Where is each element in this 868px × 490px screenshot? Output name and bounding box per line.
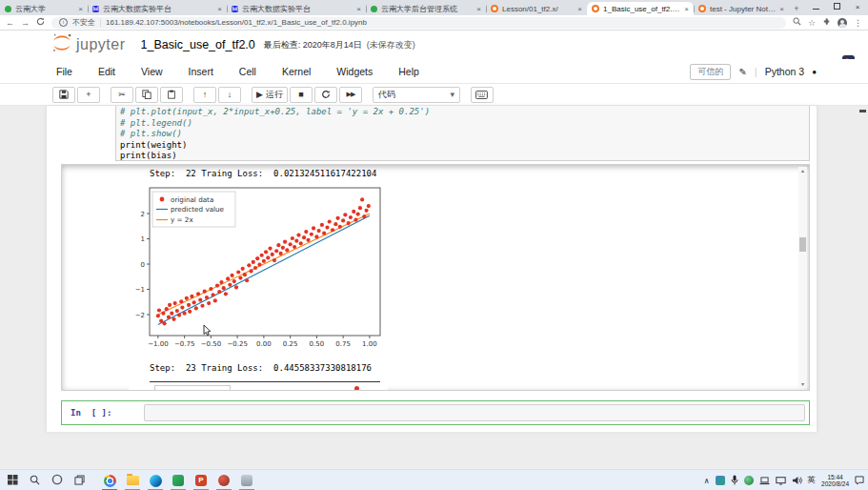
menu-file[interactable]: File — [56, 66, 72, 77]
taskbar-red-app[interactable] — [212, 470, 235, 490]
restart-run-all-button[interactable]: ▶▶ — [339, 87, 362, 103]
jupyter-logo-icon[interactable] — [51, 32, 72, 57]
code-cell-input[interactable]: # plt.plot(input_x, 2*input_x+0.25, labe… — [115, 106, 810, 161]
browser-tab-1[interactable]: bd 云南大数据实验平台 × — [88, 2, 227, 15]
autosave-status: (未保存改变) — [367, 39, 415, 51]
browser-tab-3[interactable]: 云南大学后台管理系统 × — [366, 2, 486, 15]
url-text: 161.189.42.107:5003/notebooks/Lesson/01_… — [106, 18, 367, 27]
jupyter-logo-text[interactable]: jupyter — [76, 36, 126, 53]
run-button[interactable]: ▶ 运行 — [252, 87, 288, 103]
minimize-button[interactable] — [805, 0, 826, 14]
browser-menu-icon[interactable]: ⋮ — [854, 18, 862, 28]
browser-tab-2[interactable]: bd 云南大数据实验平台 × — [227, 2, 366, 15]
microphone-icon[interactable] — [731, 472, 738, 489]
menu-view[interactable]: View — [141, 66, 163, 77]
copy-cell-button[interactable] — [135, 87, 158, 103]
scroll-down-icon[interactable]: ▾ — [798, 380, 807, 388]
new-tab-button[interactable]: + — [789, 3, 804, 15]
taskbar-green-app[interactable] — [167, 470, 190, 490]
svg-text:0.00: 0.00 — [256, 340, 272, 348]
svg-text:2: 2 — [141, 211, 145, 218]
paste-cell-button[interactable] — [160, 87, 183, 103]
action-center-icon[interactable] — [855, 472, 864, 489]
tray-app-icon[interactable] — [716, 476, 725, 485]
output-scrollbar[interactable]: ▴ ▾ — [798, 167, 807, 388]
cell-type-select[interactable]: 代码 ▾ — [373, 87, 460, 103]
command-palette-button[interactable] — [471, 87, 494, 103]
move-cell-up-button[interactable]: ↑ — [193, 87, 216, 103]
taskbar-clock[interactable]: 15:44 2020/8/24 — [821, 474, 849, 488]
taskbar-grey-app[interactable] — [235, 470, 258, 490]
tab-close-icon[interactable]: × — [476, 5, 481, 13]
svg-text:0.25: 0.25 — [283, 340, 298, 348]
browser-tab-active[interactable]: 1_Basic_use_of_tf2.0 - Jupyter × — [587, 2, 694, 15]
input-language-indicator[interactable]: 英 — [808, 475, 817, 486]
browser-tab-6[interactable]: test - Jupyter Notebook × — [694, 2, 789, 15]
cut-cell-button[interactable]: ✂ — [111, 87, 133, 103]
search-icon[interactable] — [30, 472, 40, 489]
display-icon[interactable] — [776, 472, 786, 489]
output-scroll-area[interactable]: Step: 22 Traing Loss: 0.0213245116174221… — [61, 164, 810, 391]
second-figure-legend: original data — [154, 385, 231, 391]
reload-icon[interactable] — [36, 17, 45, 28]
browser-tab-0[interactable]: 云南大学 × — [0, 2, 88, 15]
tab-close-icon[interactable]: × — [577, 5, 582, 13]
profile-avatar[interactable] — [838, 18, 847, 28]
tab-close-icon[interactable]: × — [78, 5, 83, 13]
bd-favicon: bd — [92, 6, 99, 12]
menu-edit[interactable]: Edit — [98, 66, 115, 77]
menu-widgets[interactable]: Widgets — [336, 66, 373, 77]
site-info-icon[interactable]: i — [59, 18, 68, 27]
svg-text:−0.75: −0.75 — [174, 340, 194, 348]
svg-text:1.00: 1.00 — [362, 340, 377, 348]
close-window-button[interactable]: × — [847, 0, 868, 14]
taskbar-edge[interactable] — [144, 470, 167, 490]
tab-close-icon[interactable]: × — [779, 5, 784, 13]
menu-help[interactable]: Help — [398, 66, 419, 77]
laptop-icon[interactable] — [759, 472, 770, 489]
trusted-button[interactable]: 可信的 — [690, 64, 731, 80]
kernel-name[interactable]: Python 3 — [765, 66, 804, 77]
volume-icon[interactable] — [792, 472, 802, 489]
zoom-icon[interactable] — [793, 17, 801, 28]
start-button[interactable] — [8, 472, 18, 489]
task-view-icon[interactable] — [74, 472, 85, 489]
output-step-23: Step: 23 Traing Loss: 0.4455833733081817… — [150, 363, 372, 373]
save-button[interactable] — [52, 87, 75, 103]
cortana-icon[interactable] — [51, 472, 63, 489]
taskbar-file-explorer[interactable] — [121, 470, 144, 490]
browser-tab-4[interactable]: Lesson/01_tf2.x/ × — [486, 2, 587, 15]
tab-close-icon[interactable]: × — [684, 5, 689, 13]
extensions-icon[interactable] — [822, 17, 831, 28]
tab-close-icon[interactable]: × — [356, 5, 361, 13]
restart-kernel-button[interactable] — [314, 87, 337, 103]
notebook-container: # plt.plot(input_x, 2*input_x+0.25, labe… — [46, 106, 818, 432]
menu-cell[interactable]: Cell — [239, 66, 256, 77]
address-bar[interactable]: i 不安全 161.189.42.107:5003/notebooks/Less… — [51, 17, 786, 29]
tab-close-icon[interactable]: × — [217, 5, 222, 13]
taskbar-chrome[interactable] — [98, 470, 121, 490]
taskbar-system-icons — [0, 472, 85, 489]
cell-input-area[interactable] — [144, 404, 805, 421]
tray-expand-icon[interactable]: ∧ — [704, 477, 710, 485]
scroll-up-icon[interactable]: ▴ — [798, 167, 807, 174]
site-favicon — [5, 6, 11, 12]
scrollbar-thumb[interactable] — [799, 237, 806, 252]
stop-button[interactable]: ■ — [290, 87, 313, 103]
menu-kernel[interactable]: Kernel — [282, 66, 311, 77]
grey-app-icon — [241, 475, 252, 486]
move-cell-down-button[interactable]: ↓ — [218, 87, 241, 103]
scatter-point — [354, 386, 359, 391]
menu-insert[interactable]: Insert — [189, 66, 213, 77]
chart-legend: original data predicted value y = 2x — [152, 192, 235, 227]
insert-cell-button[interactable]: + — [77, 87, 100, 103]
forward-icon[interactable]: → — [21, 18, 30, 28]
bookmark-star-icon[interactable]: ☆ — [808, 18, 816, 28]
back-icon[interactable]: ← — [6, 18, 14, 28]
jupyter-favicon — [592, 5, 599, 12]
tray-shield-icon[interactable] — [744, 476, 754, 485]
notebook-title[interactable]: 1_Basic_use_of_tf2.0 — [141, 38, 255, 51]
restore-button[interactable] — [826, 0, 847, 14]
empty-code-cell[interactable]: In [ ]: — [61, 400, 810, 425]
taskbar-powerpoint[interactable]: P — [190, 470, 212, 490]
